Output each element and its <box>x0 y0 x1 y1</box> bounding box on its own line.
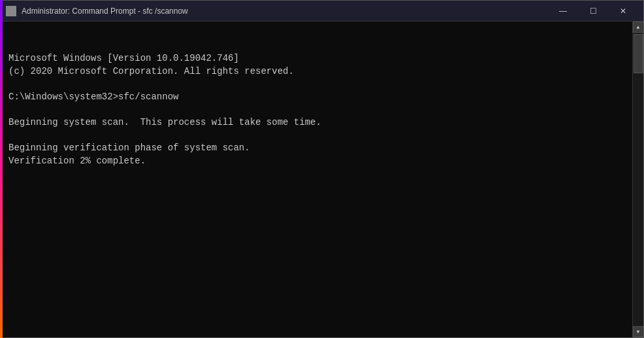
terminal-line <box>8 270 624 283</box>
terminal-line: Microsoft Windows [Version 10.0.19042.74… <box>8 52 624 65</box>
terminal-line <box>8 245 624 258</box>
accent-bar <box>0 0 3 338</box>
window: Administrator: Command Prompt - sfc /sca… <box>0 0 644 338</box>
terminal-line <box>8 334 624 337</box>
svg-rect-0 <box>7 8 10 10</box>
terminal-line <box>8 296 624 309</box>
terminal-line <box>8 258 624 271</box>
title-bar: Administrator: Command Prompt - sfc /sca… <box>1 1 643 22</box>
terminal-line <box>8 180 624 194</box>
svg-rect-1 <box>12 8 15 10</box>
terminal-line: Beginning system scan. This process will… <box>8 116 624 129</box>
minimize-button[interactable]: — <box>548 1 578 22</box>
scroll-down-button[interactable]: ▼ <box>633 326 644 337</box>
svg-rect-3 <box>12 12 15 14</box>
terminal-line: C:\Windows\system32>sfc/scannow <box>8 91 624 104</box>
terminal-line <box>8 129 624 143</box>
terminal-line: Verification 2% complete. <box>8 155 624 168</box>
terminal-line <box>8 194 624 207</box>
terminal-line <box>8 309 624 322</box>
terminal-line <box>8 232 624 245</box>
window-icon <box>6 6 16 16</box>
terminal-line <box>8 322 624 335</box>
svg-rect-2 <box>7 12 10 14</box>
terminal-line <box>8 78 624 91</box>
scrollbar-thumb[interactable] <box>634 34 643 73</box>
terminal-line <box>8 283 624 296</box>
window-controls: — ☐ ✕ <box>548 1 638 22</box>
terminal-line <box>8 219 624 232</box>
terminal-line <box>8 104 624 117</box>
scrollbar-track[interactable] <box>633 33 643 326</box>
close-button[interactable]: ✕ <box>608 1 638 22</box>
maximize-button[interactable]: ☐ <box>578 1 608 22</box>
terminal[interactable]: Microsoft Windows [Version 10.0.19042.74… <box>1 22 632 337</box>
terminal-line: Beginning verification phase of system s… <box>8 142 624 155</box>
terminal-line <box>8 206 624 219</box>
window-body: Microsoft Windows [Version 10.0.19042.74… <box>1 22 643 337</box>
terminal-line: (c) 2020 Microsoft Corporation. All righ… <box>8 65 624 78</box>
terminal-line <box>8 168 624 181</box>
scroll-up-button[interactable]: ▲ <box>633 22 644 33</box>
scrollbar[interactable]: ▲ ▼ <box>632 22 643 337</box>
window-title: Administrator: Command Prompt - sfc /sca… <box>22 7 548 16</box>
